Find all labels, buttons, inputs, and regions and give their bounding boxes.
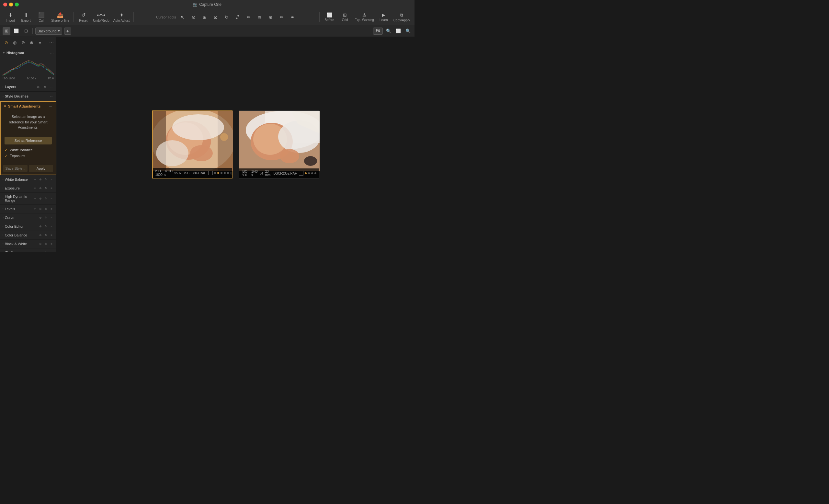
color-panel-icon[interactable]: ⊛ — [20, 39, 27, 46]
bw-row[interactable]: › Black & White ⊕ ↻ ≡ — [0, 240, 56, 248]
clarity-copy-btn[interactable]: ⊕ — [38, 250, 43, 252]
curve-paste-btn[interactable]: ↻ — [44, 215, 48, 220]
details-panel-icon[interactable]: ⊕ — [28, 39, 35, 46]
cursor-crop-tool[interactable]: ⊞ — [200, 13, 209, 22]
photo-card-2[interactable]: ISO 800 1/40 s f/4 23 mm DSCF2352.RAF — [239, 110, 319, 178]
color-balance-more-btn[interactable]: ≡ — [49, 233, 54, 238]
bw-copy-btn[interactable]: ⊕ — [38, 242, 43, 246]
grid-view-button[interactable]: ⊞ — [3, 27, 10, 35]
color-editor-paste-btn[interactable]: ↻ — [44, 224, 48, 229]
layers-paste-btn[interactable]: ↻ — [42, 84, 47, 89]
reset-button[interactable]: ↺ Reset — [76, 10, 91, 24]
exp-more-btn[interactable]: ≡ — [49, 186, 54, 190]
metadata-panel-icon[interactable]: ≡ — [36, 39, 43, 46]
style-brushes-header[interactable]: › Style Brushes ··· — [0, 92, 56, 101]
levels-copy-btn[interactable]: ⊕ — [38, 207, 43, 211]
layers-more-btn[interactable]: ··· — [48, 84, 54, 89]
bw-paste-btn[interactable]: ↻ — [44, 242, 48, 246]
adjustments-panel-icon[interactable]: ⊙ — [3, 39, 10, 46]
clarity-row[interactable]: › Clarity ⊕ ↻ ≡ — [0, 248, 56, 252]
curve-more-btn[interactable]: ≡ — [49, 215, 54, 220]
curve-row[interactable]: › Curve ⊕ ↻ ≡ — [0, 213, 56, 222]
grid-button[interactable]: ⊞ Grid — [338, 10, 352, 24]
workspace-selector[interactable]: Background ▾ — [35, 28, 62, 35]
fullscreen-button[interactable] — [15, 3, 19, 6]
add-workspace-button[interactable]: + — [64, 28, 71, 35]
histogram-more-button[interactable]: ··· — [50, 50, 54, 56]
color-balance-row[interactable]: › Color Balance ⊕ ↻ ≡ — [0, 231, 56, 240]
color-editor-row[interactable]: › Color Editor ⊕ ↻ ≡ — [0, 222, 56, 231]
cursor-heal-tool[interactable]: ✒ — [288, 13, 297, 22]
levels-row[interactable]: › Levels ✏ ⊕ ↻ ≡ — [0, 205, 56, 213]
photo-1-checkbox[interactable] — [208, 171, 213, 175]
window-controls[interactable] — [3, 3, 19, 6]
curve-copy-btn[interactable]: ⊕ — [38, 215, 43, 220]
wb-copy-btn[interactable]: ⊕ — [38, 177, 43, 182]
exposure-row[interactable]: › Exposure ✏ ⊕ ↻ ≡ — [0, 184, 56, 193]
cull-button[interactable]: ⬛ Cull — [34, 10, 48, 24]
white-balance-row[interactable]: › White Balance ✏ ⊕ ↻ ≡ — [0, 175, 56, 184]
clarity-paste-btn[interactable]: ↻ — [44, 250, 48, 252]
zoom-icon[interactable]: 🔍 — [385, 27, 393, 35]
wb-paste-btn[interactable]: ↻ — [44, 177, 48, 182]
learn-button[interactable]: ▶ Learn — [376, 10, 391, 24]
photo-1-expand-icon[interactable]: ⊞ — [230, 171, 233, 175]
lens-panel-icon[interactable]: ◎ — [11, 39, 18, 46]
viewer-search-button[interactable]: 🔍 — [404, 27, 412, 35]
hdr-more-btn[interactable]: ≡ — [49, 196, 54, 201]
compare-view-button[interactable]: ⊡ — [22, 27, 30, 35]
single-view-button[interactable]: ⬜ — [12, 27, 20, 35]
style-brushes-more-btn[interactable]: ··· — [48, 94, 54, 99]
auto-adjust-button[interactable]: ✦ Auto Adjust — [112, 10, 131, 24]
cursor-brush-tool[interactable]: ✏ — [244, 13, 253, 22]
hdr-paste-btn[interactable]: ↻ — [44, 196, 48, 201]
minimize-button[interactable] — [9, 3, 13, 6]
hdr-copy-btn[interactable]: ⊕ — [38, 196, 43, 201]
levels-more-btn[interactable]: ≡ — [49, 207, 54, 211]
save-style-button[interactable]: Save Style... — [3, 165, 28, 172]
cursor-straighten-tool[interactable]: ⊠ — [211, 13, 220, 22]
cursor-erase-tool[interactable]: ✏ — [277, 13, 286, 22]
smart-adjustments-header[interactable]: ▼ Smart Adjustments ··· — [1, 102, 56, 111]
exp-copy-btn[interactable]: ⊕ — [38, 186, 43, 190]
cursor-guides-tool[interactable]: // — [233, 13, 242, 22]
wb-more-btn[interactable]: ≡ — [49, 177, 54, 182]
share-button[interactable]: 📤 Share online — [50, 10, 71, 24]
layers-header[interactable]: › Layers ⊕ ↻ ··· — [0, 82, 56, 91]
import-button[interactable]: ⬇ Import — [3, 10, 17, 24]
exp-paste-btn[interactable]: ↻ — [44, 186, 48, 190]
cursor-gradient-tool[interactable]: ≋ — [255, 13, 264, 22]
apply-button[interactable]: Apply — [29, 165, 53, 172]
exposure-checkbox-label[interactable]: Exposure — [10, 154, 25, 158]
bw-more-btn[interactable]: ≡ — [49, 242, 54, 246]
clarity-more-btn[interactable]: ≡ — [49, 250, 54, 252]
white-balance-checkbox-label[interactable]: White Balance — [10, 148, 33, 152]
cursor-rotate-tool[interactable]: ↻ — [222, 13, 231, 22]
color-balance-paste-btn[interactable]: ↻ — [44, 233, 48, 238]
more-panels-icon[interactable]: ⋯ — [49, 40, 54, 45]
layers-copy-btn[interactable]: ⊕ — [36, 84, 41, 89]
levels-pencil-btn[interactable]: ✏ — [33, 207, 37, 211]
loupe-icon[interactable]: ⬜ — [394, 27, 402, 35]
color-editor-more-btn[interactable]: ≡ — [49, 224, 54, 229]
cursor-clone-tool[interactable]: ⊕ — [266, 13, 275, 22]
set-reference-button[interactable]: Set as Reference — [4, 137, 52, 144]
close-button[interactable] — [3, 3, 7, 6]
cursor-select-tool[interactable]: ↖ — [178, 13, 187, 22]
wb-pencil-btn[interactable]: ✏ — [33, 177, 37, 182]
levels-paste-btn[interactable]: ↻ — [44, 207, 48, 211]
cursor-lasso-tool[interactable]: ⊙ — [189, 13, 198, 22]
export-button[interactable]: ⬆ Export — [19, 10, 33, 24]
fit-button[interactable]: Fit — [373, 28, 383, 35]
smart-adj-more-btn[interactable]: ··· — [48, 104, 53, 109]
before-button[interactable]: ⬜ Before — [322, 10, 336, 24]
exp-pencil-btn[interactable]: ✏ — [33, 186, 37, 190]
color-balance-copy-btn[interactable]: ⊕ — [38, 233, 43, 238]
histogram-title[interactable]: ▼ Histogram — [3, 51, 24, 55]
undo-redo-button[interactable]: ↩↪ Undo/Redo — [92, 10, 111, 24]
hdr-row[interactable]: › High Dynamic Range ✏ ⊕ ↻ ≡ — [0, 193, 56, 205]
photo-2-checkbox[interactable] — [299, 171, 303, 176]
hdr-pencil-btn[interactable]: ✏ — [33, 196, 37, 201]
photo-card-1[interactable]: ISO 1600 1/100 s f/5.6 DSCF0803.RAF ⊞ — [152, 110, 232, 178]
exp-warning-button[interactable]: ⚠ Exp. Warning — [353, 10, 375, 24]
